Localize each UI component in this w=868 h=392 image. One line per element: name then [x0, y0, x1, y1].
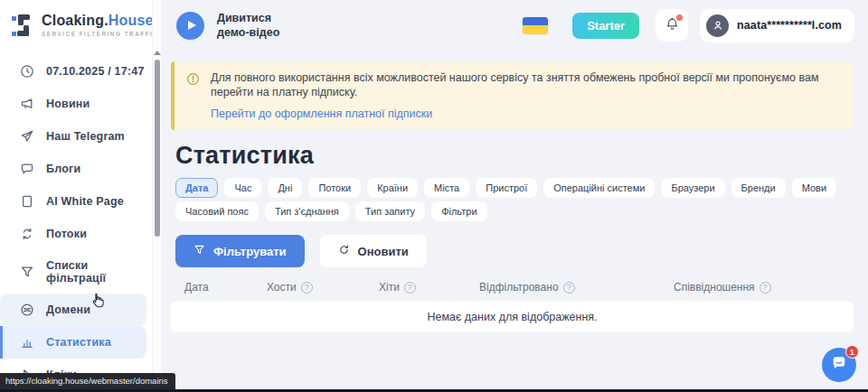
page-title: Статистика — [175, 142, 868, 170]
funnel-icon — [193, 244, 205, 258]
banner-text: Для повного використання всіх можливосте… — [211, 70, 839, 99]
tab-5[interactable]: Країни — [367, 178, 418, 198]
scroll-up-arrow-icon[interactable] — [154, 51, 161, 55]
scrollbar-thumb[interactable] — [155, 60, 160, 237]
user-account-menu[interactable]: naata**********l.com — [700, 9, 854, 42]
table-header: ДатаХости?Хіти?Відфільтровано?Співвіднош… — [171, 281, 854, 294]
megaphone-icon — [20, 97, 34, 111]
status-url-tooltip: https://cloaking.house/webmaster/domains — [0, 373, 175, 389]
sidebar-item-megaphone[interactable]: Новини — [0, 88, 152, 120]
demo-video-link[interactable]: Дивитися демо-відео — [217, 11, 279, 41]
main-area: Дивитися демо-відео Starter — [161, 0, 868, 392]
actions-row: Фільтрувати Оновити — [175, 235, 854, 267]
notifications-button[interactable] — [656, 9, 688, 42]
sidebar-item-label: Блоги — [46, 163, 80, 175]
repeat-icon — [20, 227, 34, 241]
column-header: Співвідношення? — [674, 281, 854, 294]
funnel-icon — [20, 265, 34, 279]
cloaking-house-logo-icon — [12, 14, 35, 41]
trial-warning-banner: Для повного використання всіх можливосте… — [171, 61, 854, 130]
column-header: Дата — [171, 281, 267, 294]
stats-tabs: ДатаЧасДніПотокиКраїниМістаПристроїОпера… — [175, 178, 844, 221]
sidebar-item-label: Наш Telegram — [46, 130, 125, 143]
sidebar-item-label: 07.10.2025 / 17:47 — [46, 65, 145, 78]
tab-3[interactable]: Дні — [268, 178, 302, 198]
user-avatar-icon — [706, 14, 729, 37]
warning-icon — [186, 72, 200, 89]
filter-button[interactable]: Фільтрувати — [175, 235, 305, 267]
tab-2[interactable]: Час — [224, 178, 261, 198]
tab-12[interactable]: Часовий пояс — [175, 201, 259, 221]
sidebar-item-label: Новини — [46, 98, 90, 110]
subscription-link[interactable]: Перейти до оформлення платної підписки — [211, 107, 432, 120]
tab-8[interactable]: Операційні системи — [543, 178, 655, 198]
column-label: Дата — [184, 281, 209, 294]
tab-6[interactable]: Міста — [424, 178, 469, 198]
column-header: Хіти? — [379, 281, 479, 294]
help-icon[interactable]: ? — [760, 282, 771, 294]
tab-11[interactable]: Мови — [792, 178, 836, 198]
sidebar-nav: 07.10.2025 / 17:47НовиниНаш TelegramБлог… — [0, 55, 152, 391]
refresh-icon — [338, 244, 350, 258]
tab-15[interactable]: Фільтри — [431, 201, 486, 221]
globe-icon — [20, 303, 34, 317]
sidebar-item-funnel[interactable]: Списки фільтрації — [0, 250, 152, 294]
play-demo-button[interactable] — [176, 12, 204, 40]
logo-title: Cloaking.House — [42, 13, 154, 28]
sidebar-item-repeat[interactable]: Потоки — [0, 218, 152, 250]
paper-plane-icon — [20, 129, 34, 144]
play-icon — [188, 21, 196, 30]
column-label: Відфільтровано — [479, 281, 559, 294]
sidebar-item-label: Списки фільтрації — [46, 259, 146, 285]
help-icon[interactable]: ? — [404, 282, 416, 294]
chat-bubble-icon — [20, 162, 34, 176]
sidebar-item-chat-bubble[interactable]: Блоги — [0, 153, 152, 185]
language-flag-ukraine[interactable] — [523, 17, 548, 34]
column-header: Хости? — [267, 281, 379, 294]
sidebar-item-clock: 07.10.2025 / 17:47 — [0, 55, 152, 88]
chat-icon — [830, 354, 848, 376]
sidebar-item-bar-chart[interactable]: Статистика — [0, 326, 146, 359]
column-label: Хости — [267, 281, 297, 294]
tab-13[interactable]: Тип з'єднання — [265, 201, 349, 221]
logo[interactable]: Cloaking.House SERVICE FILTERING TRAFFIC — [0, 0, 152, 50]
sidebar-item-paper-plane[interactable]: Наш Telegram — [0, 120, 152, 153]
column-label: Співвідношення — [674, 281, 755, 294]
column-label: Хіти — [379, 281, 400, 294]
tab-9[interactable]: Браузери — [661, 178, 724, 198]
tab-1[interactable]: Дата — [175, 178, 218, 198]
sidebar-item-label: Домени — [46, 303, 90, 316]
tab-10[interactable]: Бренди — [731, 178, 786, 198]
column-header: Відфільтровано? — [479, 281, 674, 294]
tab-4[interactable]: Потоки — [308, 178, 361, 198]
bar-chart-icon — [20, 335, 34, 350]
sidebar-item-globe[interactable]: Домени — [0, 294, 146, 326]
sidebar-item-label: Статистика — [46, 336, 111, 349]
sidebar-item-label: Потоки — [46, 228, 87, 240]
user-email: naata**********l.com — [737, 19, 842, 32]
sidebar: Cloaking.House SERVICE FILTERING TRAFFIC… — [0, 0, 152, 392]
refresh-button[interactable]: Оновити — [320, 235, 427, 267]
sidebar-item-label: AI White Page — [46, 195, 124, 208]
chat-unread-badge: 1 — [845, 345, 859, 359]
topbar: Дивитися демо-відео Starter — [161, 0, 868, 51]
notification-dot — [676, 14, 683, 21]
chat-widget-button[interactable]: 1 — [822, 348, 856, 382]
sidebar-scrollbar[interactable] — [152, 0, 161, 392]
plan-starter-button[interactable]: Starter — [572, 13, 639, 39]
logo-subtitle: SERVICE FILTERING TRAFFIC — [42, 32, 158, 37]
help-icon[interactable]: ? — [301, 282, 313, 294]
sidebar-item-document[interactable]: AI White Page — [0, 185, 152, 218]
tab-14[interactable]: Тип запиту — [355, 201, 425, 221]
clock-icon — [20, 64, 34, 79]
document-icon — [20, 194, 34, 209]
table-empty-state: Немає даних для відображення. — [171, 302, 854, 332]
tab-7[interactable]: Пристрої — [476, 178, 537, 198]
help-icon[interactable]: ? — [563, 282, 575, 294]
